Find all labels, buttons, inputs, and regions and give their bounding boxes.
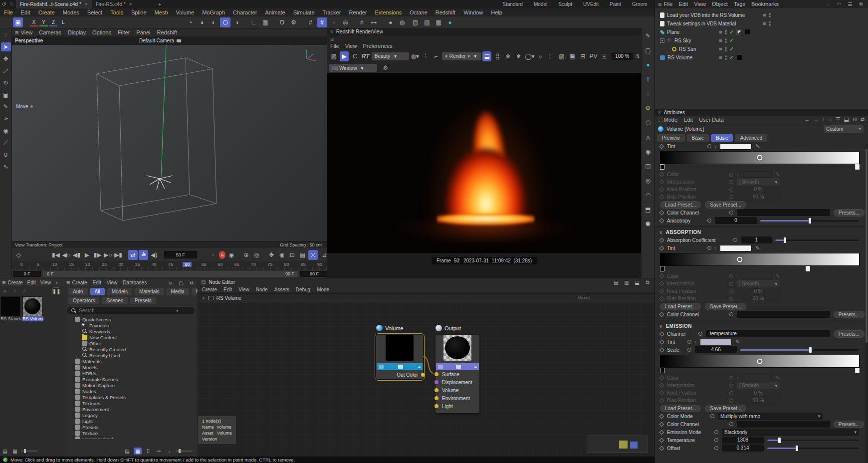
search-filter-icon[interactable]: ▾	[176, 308, 179, 313]
emission-scale-value[interactable]: 4.66	[695, 346, 737, 353]
menu-item[interactable]: Help	[491, 9, 502, 15]
menu-item[interactable]: Tools	[110, 9, 123, 15]
asset-menu-item[interactable]: Edit	[93, 280, 101, 285]
split-icon[interactable]: ⋔	[357, 17, 367, 27]
temperature-value[interactable]: 1308	[722, 437, 764, 444]
region-circle-icon[interactable]: ◯▾	[525, 51, 534, 61]
material-item[interactable]: RS Volume	[22, 296, 43, 321]
tree-item[interactable]: Texture	[64, 430, 198, 436]
absorption-tint-swatch[interactable]	[720, 245, 752, 251]
object-manager-menu-item[interactable]: File	[664, 1, 673, 7]
menu-item[interactable]: Redshift	[435, 9, 455, 15]
ramp-knot-black[interactable]	[660, 164, 664, 170]
object-row[interactable]: RS Volume ✓	[655, 54, 868, 61]
pause-update-icon[interactable]: ❚❚	[52, 287, 60, 294]
timeline-tick[interactable]: 35	[133, 262, 142, 267]
teal-sphere-icon[interactable]: ●	[445, 17, 455, 27]
attributes-category-tab[interactable]: Preview	[657, 134, 685, 142]
preset-dropdown[interactable]: Custom ▾	[824, 125, 864, 133]
asset-menu-item[interactable]: Databases	[123, 280, 147, 285]
emission-channel-field[interactable]: temperature	[706, 330, 830, 337]
close-icon[interactable]: ×	[129, 1, 132, 7]
visibility-dots[interactable]	[725, 38, 727, 43]
dock-b-icon[interactable]: ▥	[623, 279, 631, 286]
material-menu-item[interactable]: View	[40, 280, 51, 285]
camera-icon[interactable]: ◫	[643, 161, 653, 171]
ramp-knob[interactable]	[757, 359, 763, 364]
tree-item[interactable]: Nodes	[64, 388, 198, 394]
cube-primitive-icon[interactable]: ⬡	[220, 17, 230, 27]
param-row-color-channel[interactable]: Color ChannelPresets...	[655, 209, 865, 217]
tree-item[interactable]: Other	[64, 340, 198, 346]
expand-icon[interactable]	[68, 389, 73, 394]
hamburger-icon[interactable]: ≡	[15, 29, 19, 36]
undo-icon[interactable]: ↺	[0, 1, 8, 8]
tree-item[interactable]: Favorites	[64, 322, 198, 328]
deformer-icon[interactable]: ⬡	[643, 118, 653, 128]
drop-tool-icon[interactable]: ◉	[1, 126, 11, 135]
attributes-menu-item[interactable]: Edit	[683, 117, 693, 123]
tree-item[interactable]: Recently Used	[64, 352, 198, 358]
knife-tool-icon[interactable]: ⟋	[1, 138, 11, 147]
asset-menu-item[interactable]: View	[107, 280, 118, 285]
rotate-tool-icon[interactable]: Ʊ	[277, 17, 287, 27]
asset-filter-chip[interactable]: Auto	[68, 288, 88, 295]
enable-checkbox[interactable]	[763, 13, 766, 17]
restart-render-icon[interactable]: C	[350, 51, 359, 61]
offset-slider[interactable]	[767, 448, 859, 449]
color-mode-dropdown[interactable]: Multiply with ramp▾	[718, 413, 823, 420]
workplane-icon[interactable]: ▫	[329, 17, 339, 27]
pen-tool-icon[interactable]: ✎	[1, 102, 11, 111]
goto-end-button[interactable]: ▶▮	[114, 250, 123, 260]
attributes-category-tab[interactable]: Basic	[711, 134, 733, 142]
param-row-emission-scale[interactable]: Scale4.66	[655, 346, 865, 354]
param-row-anisotropy[interactable]: Anisotropy0	[655, 217, 865, 225]
select-tool-icon[interactable]: ➤	[1, 42, 11, 51]
position-track-icon[interactable]: ✥	[267, 250, 276, 260]
param-row-temperature[interactable]: Temperature1308	[655, 436, 865, 444]
picture-viewer-icon[interactable]: PV	[589, 51, 598, 61]
volume-icon[interactable]: ◬	[643, 132, 653, 142]
node-editor-menu-item[interactable]: View	[238, 287, 249, 292]
attributes-menu-item[interactable]: User Data	[699, 117, 724, 123]
square-icon[interactable]: ▢	[643, 45, 653, 55]
param-row-emission-mode[interactable]: Emission ModeBlackbody▾	[655, 428, 865, 436]
expand-icon[interactable]	[68, 365, 73, 370]
node-port-row[interactable]: Environment	[435, 394, 479, 402]
asset-filter-chip[interactable]: Materials	[135, 288, 164, 295]
asset-filter-chip[interactable]: Scenes	[102, 297, 127, 304]
material-label[interactable]: RS Volume	[22, 316, 43, 321]
sound-button[interactable]: ◀)	[149, 250, 159, 260]
popout-icon[interactable]: ⧉	[644, 279, 651, 286]
spline-pen-icon[interactable]: ◑	[232, 17, 242, 27]
enable-checkbox[interactable]	[719, 56, 722, 59]
presets-button[interactable]: Presets...	[834, 311, 865, 318]
object-manager-menu-item[interactable]: Bookmarks	[751, 1, 779, 7]
document-tab[interactable]: Fire-RS.c4d * ×	[92, 0, 136, 8]
anim-dot-icon[interactable]	[707, 144, 711, 148]
back-icon[interactable]: ←	[805, 116, 810, 123]
workspace-tab[interactable]: Sculpt	[558, 1, 572, 7]
material-label[interactable]: RS Standard.	[0, 316, 21, 321]
search-input[interactable]	[79, 308, 174, 313]
out-port-dot[interactable]	[421, 373, 425, 377]
tree-item[interactable]: Environment	[64, 406, 198, 412]
aov-icon[interactable]: ◍▾	[411, 51, 420, 61]
ramp-knot-black[interactable]	[660, 368, 664, 373]
node-editor-menu-item[interactable]: Debug	[296, 287, 310, 292]
thumbnail-size-slider[interactable]	[176, 451, 193, 452]
teal-sphere-icon[interactable]: ●	[643, 60, 653, 70]
timeline-tick[interactable]: 45	[166, 262, 175, 267]
mirror-icon[interactable]: ⊶	[369, 17, 379, 27]
play-button[interactable]: ▶	[82, 250, 92, 260]
expand-icon[interactable]	[75, 341, 80, 346]
tree-item[interactable]: Recently Created	[64, 346, 198, 352]
expand-icon[interactable]	[68, 359, 73, 364]
edit-icon[interactable]: ✎	[735, 339, 740, 345]
tree-item[interactable]: Textures	[64, 400, 198, 406]
menu-item[interactable]: Mesh	[155, 9, 168, 15]
hamburger-icon[interactable]: ≡	[658, 116, 662, 124]
ramp-knot-white[interactable]	[855, 164, 860, 170]
render-canvas[interactable]	[327, 73, 641, 253]
viewport-canvas[interactable]: Move +	[12, 45, 327, 241]
